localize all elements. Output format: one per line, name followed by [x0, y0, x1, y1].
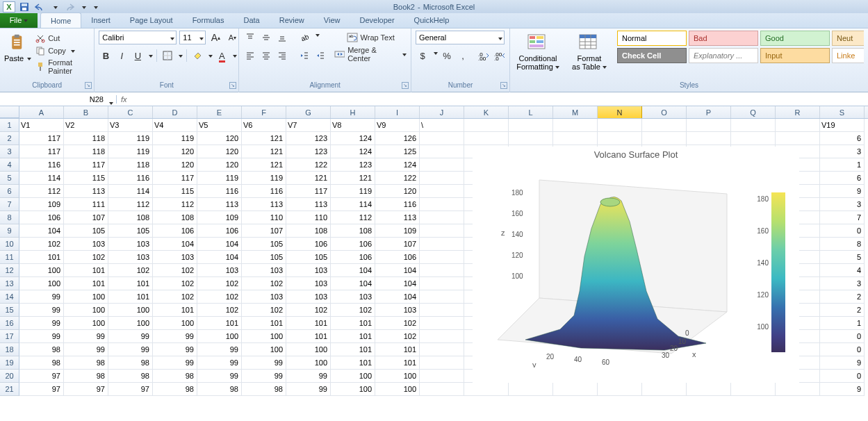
cell[interactable]: 104	[331, 277, 375, 290]
cell[interactable]: 100	[19, 277, 64, 290]
column-header[interactable]: S	[820, 106, 865, 118]
cell[interactable]: 112	[331, 211, 375, 224]
cell[interactable]: 101	[197, 317, 242, 330]
redo-dropdown-icon[interactable]	[80, 3, 86, 11]
cell[interactable]: 106	[19, 211, 64, 224]
cell[interactable]	[420, 198, 464, 211]
cell[interactable]: 98	[153, 370, 197, 383]
cell[interactable]: 121	[242, 158, 286, 172]
cell[interactable]: 98	[64, 370, 108, 383]
cell[interactable]: 0	[820, 343, 865, 356]
column-header[interactable]: M	[553, 106, 598, 118]
cell[interactable]: 106	[331, 251, 375, 264]
increase-indent-button[interactable]	[313, 49, 327, 63]
cell[interactable]: 108	[331, 224, 375, 238]
cell[interactable]: V7	[286, 119, 331, 132]
cell[interactable]: 105	[242, 251, 286, 264]
format-painter-button[interactable]: Format Painter	[35, 58, 90, 75]
cell[interactable]: 101	[331, 356, 375, 370]
cell[interactable]	[420, 172, 464, 185]
cell[interactable]: 112	[153, 198, 197, 211]
cell[interactable]	[420, 383, 464, 396]
underline-dropdown-icon[interactable]	[147, 51, 153, 60]
decrease-decimal-button[interactable]: .00.0	[493, 49, 507, 63]
fill-color-dropdown-icon[interactable]	[206, 51, 213, 60]
cell[interactable]	[598, 119, 642, 132]
tab-review[interactable]: Review	[270, 13, 314, 28]
cell[interactable]: 102	[375, 317, 420, 330]
cell[interactable]: 117	[19, 132, 64, 145]
cell[interactable]: 123	[286, 132, 331, 145]
cell[interactable]: 98	[108, 370, 153, 383]
cell[interactable]: 3	[820, 145, 865, 158]
cell[interactable]: 106	[153, 224, 197, 238]
cell[interactable]: 103	[375, 304, 420, 317]
cell[interactable]: 116	[197, 185, 242, 198]
cell[interactable]: 120	[197, 132, 242, 145]
align-right-button[interactable]	[275, 49, 289, 63]
cell[interactable]: 119	[242, 172, 286, 185]
cell[interactable]: 100	[64, 290, 108, 304]
cell[interactable]	[420, 330, 464, 343]
cell[interactable]: V19	[820, 119, 865, 132]
cell[interactable]: 104	[197, 238, 242, 251]
cell[interactable]: 119	[331, 185, 375, 198]
cell[interactable]	[420, 370, 464, 383]
cell[interactable]: 101	[331, 317, 375, 330]
cell[interactable]: 101	[375, 356, 420, 370]
cell[interactable]: 113	[286, 198, 331, 211]
cell[interactable]: 98	[242, 383, 286, 396]
column-header[interactable]: N	[598, 106, 642, 118]
cell[interactable]: 105	[242, 238, 286, 251]
cell[interactable]: 99	[286, 383, 331, 396]
cell[interactable]	[464, 383, 509, 396]
cell[interactable]: 113	[64, 185, 108, 198]
cell[interactable]	[420, 238, 464, 251]
cell[interactable]: 0	[820, 224, 865, 238]
column-header[interactable]: L	[509, 106, 553, 118]
cell[interactable]	[509, 132, 553, 145]
column-header[interactable]: A	[19, 106, 64, 118]
cell[interactable]: 120	[197, 158, 242, 172]
cell[interactable]: 98	[19, 356, 64, 370]
cell[interactable]: 124	[375, 158, 420, 172]
cell[interactable]: 98	[108, 356, 153, 370]
column-header[interactable]: O	[642, 106, 687, 118]
cell[interactable]: 97	[19, 383, 64, 396]
column-header[interactable]: K	[464, 106, 509, 118]
cell[interactable]: V3	[108, 119, 153, 132]
cell[interactable]: V9	[375, 119, 420, 132]
shrink-font-button[interactable]: A▾	[225, 31, 239, 44]
percent-button[interactable]: %	[440, 49, 454, 63]
cell[interactable]: 108	[108, 211, 153, 224]
cell[interactable]	[553, 132, 598, 145]
cell[interactable]: \	[420, 119, 464, 132]
accounting-format-button[interactable]: $	[416, 49, 429, 63]
cell[interactable]: 113	[197, 198, 242, 211]
cell[interactable]	[464, 132, 509, 145]
style-cell-input[interactable]: Input	[760, 48, 830, 63]
cell[interactable]: 102	[242, 277, 286, 290]
cell[interactable]: 99	[197, 370, 242, 383]
cell[interactable]: 104	[153, 238, 197, 251]
cell[interactable]: 102	[197, 290, 242, 304]
column-header[interactable]: R	[776, 106, 820, 118]
file-tab[interactable]: File	[0, 13, 38, 28]
row-header[interactable]: 6	[0, 185, 19, 198]
cell[interactable]: 104	[19, 224, 64, 238]
row-header[interactable]: 8	[0, 211, 19, 224]
cell[interactable]: 113	[242, 198, 286, 211]
cell[interactable]	[509, 383, 553, 396]
excel-app-icon[interactable]: X	[3, 1, 15, 13]
font-size-combo[interactable]: 11	[179, 31, 206, 44]
cell[interactable]: 123	[331, 158, 375, 172]
cell[interactable]: 117	[64, 158, 108, 172]
cell[interactable]: 99	[19, 290, 64, 304]
style-cell-check[interactable]: Check Cell	[617, 48, 687, 63]
cell[interactable]	[420, 132, 464, 145]
cell[interactable]: 100	[108, 317, 153, 330]
cell[interactable]: 119	[108, 145, 153, 158]
cell[interactable]: 115	[64, 172, 108, 185]
cell[interactable]: 106	[375, 251, 420, 264]
style-cell-bad[interactable]: Bad	[689, 31, 758, 46]
